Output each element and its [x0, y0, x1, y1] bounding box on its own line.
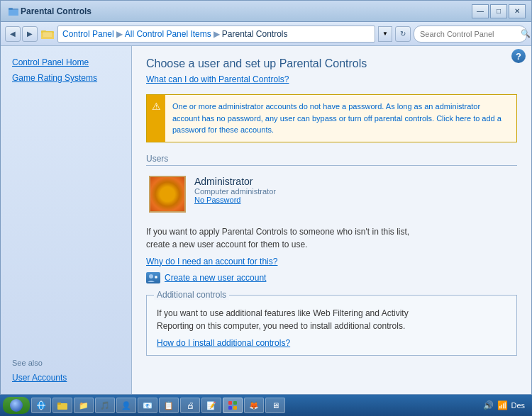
- svg-rect-1: [9, 10, 18, 16]
- maximize-button[interactable]: □: [490, 4, 507, 18]
- taskbar-item-3[interactable]: 📁: [74, 398, 94, 413]
- help-button[interactable]: ?: [511, 49, 526, 63]
- tray-icon-network: 📶: [497, 400, 508, 411]
- install-controls-link[interactable]: How do I install additional controls?: [157, 338, 290, 348]
- sidebar-item-game-rating-systems[interactable]: Game Rating Systems: [1, 70, 131, 86]
- additional-controls-text: If you want to use additional features l…: [157, 307, 506, 332]
- user-avatar: [149, 176, 186, 213]
- breadcrumb-all-items[interactable]: All Control Panel Items: [125, 29, 211, 39]
- taskbar-icon-9: 📝: [206, 400, 216, 410]
- taskbar-item-8[interactable]: 🖨: [180, 398, 200, 413]
- taskbar-icon-3: 📁: [79, 400, 89, 410]
- user-info: Administrator Computer administrator No …: [194, 176, 276, 204]
- warning-icon: ⚠: [152, 101, 161, 112]
- svg-rect-15: [233, 401, 237, 405]
- parental-controls-help-link[interactable]: What can I do with Parental Controls?: [146, 74, 517, 84]
- taskbar-items: 📁 🎵 👤 📧 📋 🖨: [31, 398, 477, 413]
- breadcrumb: Control Panel ▶ All Control Panel Items …: [57, 26, 375, 43]
- firefox-icon: 🦊: [249, 400, 259, 410]
- main-area: Control Panel Home Game Rating Systems S…: [1, 46, 531, 394]
- folder-icon: [40, 27, 55, 41]
- page-title: Choose a user and set up Parental Contro…: [146, 57, 517, 70]
- breadcrumb-sep-1: ▶: [116, 29, 123, 39]
- user-name: Administrator: [194, 176, 276, 187]
- additional-controls-section: Additional controls If you want to use a…: [146, 295, 517, 356]
- sidebar: Control Panel Home Game Rating Systems S…: [1, 46, 132, 394]
- sidebar-item-control-panel-home[interactable]: Control Panel Home: [1, 55, 131, 70]
- taskbar-icon-4: 🎵: [100, 400, 110, 410]
- user-role: Computer administrator: [194, 187, 276, 196]
- user-password[interactable]: No Password: [194, 196, 276, 204]
- taskbar-item-7[interactable]: 📋: [159, 398, 179, 413]
- taskbar: 📁 🎵 👤 📧 📋 🖨: [0, 395, 532, 416]
- create-account-link[interactable]: Create a new user account: [146, 272, 517, 283]
- svg-rect-6: [43, 32, 52, 37]
- taskbar-icon-11: 🖥: [270, 400, 280, 410]
- search-input[interactable]: [420, 30, 518, 38]
- search-bar: 🔍: [414, 26, 527, 43]
- svg-point-7: [149, 274, 153, 279]
- warning-box[interactable]: ⚠ One or more administrator accounts do …: [146, 94, 517, 142]
- taskbar-icon-8: 🖨: [185, 400, 195, 410]
- system-tray: 🔊 📶 Des: [478, 400, 529, 411]
- sidebar-item-user-accounts[interactable]: User Accounts: [1, 370, 131, 386]
- taskbar-item-9[interactable]: 📝: [201, 398, 221, 413]
- minimize-button[interactable]: —: [472, 4, 489, 18]
- breadcrumb-current: Parental Controls: [222, 29, 288, 39]
- taskbar-item-control-panel[interactable]: [223, 398, 243, 413]
- control-panel-taskbar-icon: [228, 400, 238, 410]
- address-bar: ◀ ▶ Control Panel ▶ All Control Panel It…: [1, 22, 531, 46]
- start-button[interactable]: [3, 397, 30, 414]
- taskbar-item-4[interactable]: 🎵: [95, 398, 115, 413]
- additional-controls-title: Additional controls: [154, 290, 229, 300]
- breadcrumb-dropdown[interactable]: ▼: [378, 26, 392, 42]
- svg-rect-17: [233, 406, 237, 410]
- svg-rect-2: [9, 8, 13, 10]
- tray-time: Des: [511, 401, 525, 410]
- taskbar-item-firefox[interactable]: 🦊: [244, 398, 264, 413]
- svg-rect-14: [228, 401, 232, 405]
- window-controls: — □ ✕: [472, 4, 526, 18]
- window-icon: [6, 4, 21, 18]
- svg-rect-13: [57, 403, 61, 405]
- see-also-label: See also: [1, 347, 131, 370]
- why-account-link[interactable]: Why do I need an account for this?: [146, 257, 517, 266]
- main-window: Parental Controls — □ ✕ ◀ ▶ Control Pane…: [0, 0, 532, 395]
- avatar-image: [150, 177, 184, 211]
- taskbar-item-5[interactable]: 👤: [116, 398, 136, 413]
- warning-text: One or more administrator accounts do no…: [165, 95, 516, 142]
- taskbar-item-11[interactable]: 🖥: [265, 398, 285, 413]
- search-icon: 🔍: [521, 29, 531, 38]
- users-section-heading: Users: [146, 154, 517, 166]
- forward-button[interactable]: ▶: [22, 26, 38, 42]
- svg-rect-16: [228, 406, 232, 410]
- nav-buttons: ◀ ▶: [5, 26, 38, 42]
- create-account-icon: [146, 272, 160, 283]
- breadcrumb-sep-2: ▶: [214, 29, 220, 39]
- start-orb: [10, 399, 23, 412]
- taskbar-item-6[interactable]: 📧: [138, 398, 157, 413]
- ie-icon: [36, 400, 46, 410]
- warning-stripe: ⚠: [147, 95, 165, 142]
- user-card-administrator[interactable]: Administrator Computer administrator No …: [146, 173, 517, 215]
- apply-text: If you want to apply Parental Controls t…: [146, 225, 517, 251]
- back-button[interactable]: ◀: [5, 26, 21, 42]
- taskbar-item-folder[interactable]: [52, 398, 72, 413]
- refresh-button[interactable]: ↻: [395, 26, 411, 42]
- title-bar: Parental Controls — □ ✕: [1, 1, 531, 22]
- close-button[interactable]: ✕: [509, 4, 526, 18]
- content-area: Choose a user and set up Parental Contro…: [132, 46, 531, 394]
- taskbar-item-ie[interactable]: [31, 398, 51, 413]
- folder-taskbar-icon: [57, 400, 67, 410]
- window-title: Parental Controls: [21, 6, 472, 16]
- breadcrumb-control-panel[interactable]: Control Panel: [62, 29, 114, 39]
- taskbar-icon-6: 📧: [143, 400, 153, 410]
- tray-icon-1: 🔊: [482, 400, 494, 411]
- taskbar-icon-5: 👤: [121, 400, 131, 410]
- taskbar-icon-7: 📋: [164, 400, 174, 410]
